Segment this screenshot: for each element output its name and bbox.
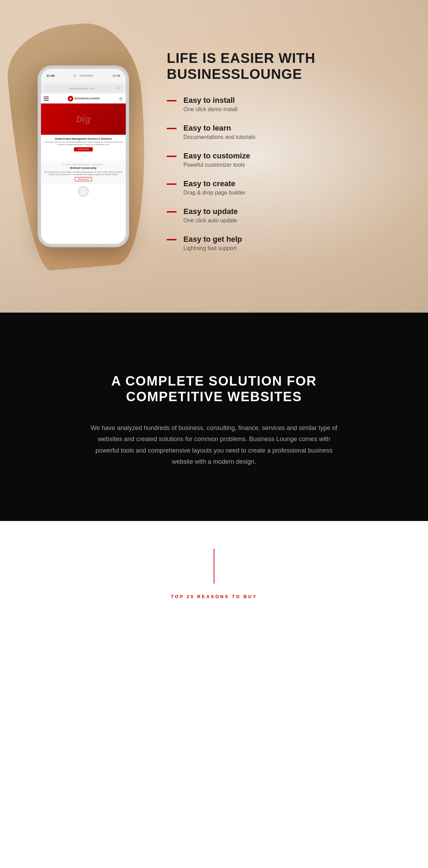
features-content: LIFE IS EASIER WITH BUSINESSLOUNGE Easy … xyxy=(167,50,407,263)
feature-subtitle-update: One click auto update xyxy=(183,217,407,224)
reasons-label: TOP 20 REASONS TO BUY xyxy=(171,594,257,599)
hero-title: LIFE IS EASIER WITH BUSINESSLOUNGE xyxy=(167,50,407,82)
phone-next-arrow: → xyxy=(120,156,123,159)
phone-section2-body: Sed imperdiet, ante in porta ultrices, o… xyxy=(44,171,123,176)
hero-content: 21:08 21:08 businesslounge.com ↻ xyxy=(0,50,428,263)
phone-hero-banner: big xyxy=(41,104,126,135)
phone-screen-content: BUSINESSLOUNGE ⊕ big Global Project Mana… xyxy=(41,94,126,244)
feature-subtitle-create: Drag & drop page builder xyxy=(183,190,407,196)
feature-item-help: Easy to get help Lightning fast support xyxy=(167,235,407,251)
phone-prev-arrow: ← xyxy=(44,156,47,159)
phone-discover-button[interactable]: Discover more xyxy=(75,177,92,181)
feature-text-help: Easy to get help Lightning fast support xyxy=(183,235,407,251)
phone-camera xyxy=(73,74,76,77)
phone-container: 21:08 21:08 businesslounge.com ↻ xyxy=(21,66,146,247)
phone-learn-more-button[interactable]: LEARN MORE xyxy=(74,147,92,151)
phone-section1-body: Lorem ipsum dolor sit amet, consectetur … xyxy=(44,141,123,146)
phone-address-bar: businesslounge.com ↻ xyxy=(44,84,123,92)
feature-dash-create xyxy=(167,183,176,185)
phone-screen: BUSINESSLOUNGE ⊕ big Global Project Mana… xyxy=(41,94,126,244)
feature-subtitle-help: Lightning fast support xyxy=(183,245,407,251)
phone-logo-text: BUSINESSLOUNGE xyxy=(75,97,100,100)
feature-subtitle-customize: Poweful customizer tools xyxy=(183,162,407,168)
hero-title-line1: LIFE IS EASIER WITH xyxy=(167,50,315,66)
phone-logo-icon xyxy=(68,96,73,101)
phone-section1: Global Project Management Services & Sol… xyxy=(41,135,126,154)
phone-refresh-icon: ↻ xyxy=(117,86,120,90)
reasons-section: TOP 20 REASONS TO BUY xyxy=(0,521,428,660)
phone-section2: GLOBAL PROFESSIONALS NETWORK Brilliant C… xyxy=(41,161,126,184)
feature-item-create: Easy to create Drag & drop page builder xyxy=(167,179,407,196)
phone-speaker xyxy=(80,75,93,77)
solution-body: We have analyzed hundreds of business, c… xyxy=(89,422,339,468)
phone-home-button[interactable] xyxy=(78,186,89,197)
feature-item-update: Easy to update One click auto update xyxy=(167,207,407,224)
feature-title-help: Easy to get help xyxy=(183,235,407,244)
feature-dash-learn xyxy=(167,128,176,129)
feature-text-update: Easy to update One click auto update xyxy=(183,207,407,224)
phone-arrows: ← → xyxy=(41,154,126,161)
feature-title-update: Easy to update xyxy=(183,207,407,216)
feature-dash-update xyxy=(167,211,176,213)
feature-item-install: Easy to install One click demo install xyxy=(167,96,407,113)
world-map-bg xyxy=(0,313,428,521)
hero-section: 21:08 21:08 businesslounge.com ↻ xyxy=(0,0,428,313)
solution-title-line1: A COMPLETE SOLUTION FOR xyxy=(111,374,316,388)
phone-search-icon: ⊕ xyxy=(119,96,123,101)
phone-status-bar: 21:08 21:08 xyxy=(41,69,126,83)
phone-logo: BUSINESSLOUNGE xyxy=(68,96,100,101)
phone-section2-title: Brilliant Community xyxy=(44,166,123,170)
feature-dash-help xyxy=(167,239,176,240)
feature-subtitle-learn: Documentations and tutorials xyxy=(183,134,407,140)
phone-nav: BUSINESSLOUNGE ⊕ xyxy=(41,94,126,104)
solution-title-line2: COMPETITIVE WEBSITES xyxy=(126,389,302,404)
feature-subtitle-install: One click demo install xyxy=(183,106,407,113)
phone-url: businesslounge.com xyxy=(47,87,117,90)
solution-section: A COMPLETE SOLUTION FOR COMPETITIVE WEBS… xyxy=(0,313,428,521)
phone-hero-watermark: big xyxy=(76,114,91,125)
feature-dash-install xyxy=(167,100,176,101)
feature-title-learn: Easy to learn xyxy=(183,124,407,133)
hero-title-line2: BUSINESSLOUNGE xyxy=(167,66,302,82)
feature-title-install: Easy to install xyxy=(183,96,407,105)
feature-title-create: Easy to create xyxy=(183,179,407,188)
feature-text-create: Easy to create Drag & drop page builder xyxy=(183,179,407,196)
phone-frame: 21:08 21:08 businesslounge.com ↻ xyxy=(38,66,129,247)
feature-dash-customize xyxy=(167,156,176,157)
reasons-divider xyxy=(214,549,214,584)
phone-hamburger-icon xyxy=(44,97,49,101)
feature-item-customize: Easy to customize Poweful customizer too… xyxy=(167,151,407,168)
phone-section1-title: Global Project Management Services & Sol… xyxy=(44,138,123,140)
phone-section2-label: GLOBAL PROFESSIONALS NETWORK xyxy=(44,164,123,166)
phone-top-center xyxy=(73,74,93,77)
phone-time: 21:08 xyxy=(112,74,120,77)
feature-item-learn: Easy to learn Documentations and tutoria… xyxy=(167,124,407,140)
svg-point-0 xyxy=(69,98,72,100)
feature-text-customize: Easy to customize Poweful customizer too… xyxy=(183,151,407,168)
solution-title: A COMPLETE SOLUTION FOR COMPETITIVE WEBS… xyxy=(111,373,316,405)
phone-signal: 21:08 xyxy=(47,74,55,77)
feature-text-install: Easy to install One click demo install xyxy=(183,96,407,113)
feature-text-learn: Easy to learn Documentations and tutoria… xyxy=(183,124,407,140)
feature-title-customize: Easy to customize xyxy=(183,151,407,160)
